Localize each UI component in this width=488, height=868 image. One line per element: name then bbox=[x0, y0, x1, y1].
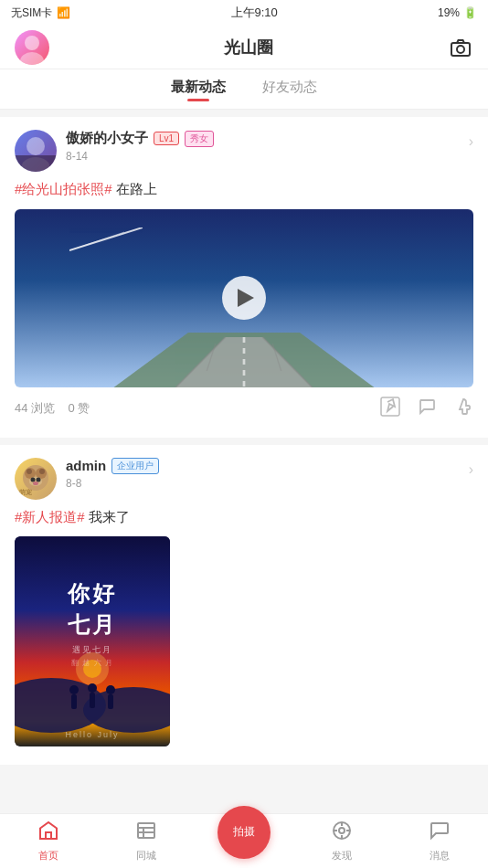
status-time: 上午9:10 bbox=[231, 5, 278, 21]
stats-text: 44 浏览 0 赞 bbox=[15, 400, 380, 417]
svg-point-20 bbox=[27, 469, 32, 474]
post-avatar[interactable]: 萌宠 bbox=[15, 458, 57, 500]
feed-container: 傲娇的小女子 Lv1 秀女 8-14 › #给光山拍张照# 在路上 bbox=[0, 110, 488, 834]
svg-point-3 bbox=[457, 46, 464, 53]
username-row: admin 企业用户 bbox=[66, 458, 469, 474]
view-count: 44 浏览 bbox=[15, 401, 55, 415]
svg-point-24 bbox=[37, 477, 41, 482]
svg-point-23 bbox=[31, 477, 36, 482]
image-thumbnail[interactable]: 你好七月 遇见七月 翻 越 六 月 Hello July bbox=[15, 536, 170, 746]
nav-message-label: 消息 bbox=[430, 849, 450, 863]
discover-icon bbox=[331, 820, 353, 847]
capture-center: 拍摄 bbox=[196, 824, 293, 859]
app-header: 光山圈 bbox=[0, 26, 488, 69]
post-text: #给光山拍张照# 在路上 bbox=[15, 179, 473, 200]
play-icon bbox=[238, 289, 254, 307]
svg-rect-35 bbox=[90, 693, 95, 708]
svg-point-21 bbox=[39, 469, 45, 474]
like-button[interactable] bbox=[453, 397, 473, 421]
comment-button[interactable] bbox=[417, 397, 437, 421]
svg-point-4 bbox=[27, 137, 45, 155]
nav-discover-label: 发现 bbox=[332, 849, 352, 863]
svg-rect-33 bbox=[71, 694, 77, 709]
status-bar: 无SIM卡 📶 上午9:10 19% 🔋 bbox=[0, 0, 488, 26]
post-image[interactable]: 你好七月 遇见七月 翻 越 六 月 Hello July bbox=[15, 536, 473, 746]
user-avatar[interactable] bbox=[15, 30, 49, 65]
message-icon bbox=[429, 820, 451, 847]
video-thumbnail[interactable] bbox=[15, 209, 473, 387]
tabs-bar: 最新动态 好友动态 bbox=[0, 69, 488, 110]
tab-friends[interactable]: 好友动态 bbox=[262, 79, 317, 100]
post-body-text-2: 我来了 bbox=[89, 509, 130, 524]
post-username: 傲娇的小女子 bbox=[66, 130, 148, 147]
post-header: 傲娇的小女子 Lv1 秀女 8-14 › bbox=[15, 130, 473, 172]
svg-rect-37 bbox=[108, 694, 113, 709]
post-card: 傲娇的小女子 Lv1 秀女 8-14 › #给光山拍张照# 在路上 bbox=[0, 117, 488, 438]
more-icon[interactable]: › bbox=[469, 458, 473, 478]
svg-point-0 bbox=[25, 36, 39, 50]
play-button[interactable] bbox=[222, 276, 266, 320]
badge-enterprise: 企业用户 bbox=[111, 458, 159, 474]
nav-city-label: 同城 bbox=[136, 849, 156, 863]
post-body-text: 在路上 bbox=[116, 181, 157, 196]
nav-message[interactable]: 消息 bbox=[390, 820, 488, 863]
battery-percent: 19% bbox=[438, 6, 460, 19]
svg-point-32 bbox=[69, 685, 79, 694]
nav-home[interactable]: 首页 bbox=[0, 820, 98, 863]
nav-city[interactable]: 同城 bbox=[98, 820, 196, 863]
hashtag-1: #给光山拍张照# bbox=[15, 181, 112, 196]
svg-point-1 bbox=[20, 52, 44, 65]
page-title: 光山圈 bbox=[224, 37, 273, 58]
like-count: 0 赞 bbox=[69, 401, 90, 415]
wifi-icon: 📶 bbox=[57, 6, 70, 19]
post-user-info: 傲娇的小女子 Lv1 秀女 8-14 bbox=[66, 130, 469, 163]
capture-button[interactable]: 拍摄 bbox=[217, 806, 271, 859]
svg-rect-38 bbox=[46, 832, 51, 839]
post-username: admin bbox=[66, 458, 106, 473]
post-stats: 44 浏览 0 赞 bbox=[15, 397, 473, 421]
capture-label: 拍摄 bbox=[233, 824, 255, 840]
svg-line-15 bbox=[69, 232, 124, 250]
svg-point-34 bbox=[88, 683, 97, 693]
nav-home-label: 首页 bbox=[38, 849, 58, 863]
post-user-info: admin 企业用户 8-8 bbox=[66, 458, 469, 490]
badge-lv1: Lv1 bbox=[154, 132, 179, 145]
bottom-nav: 首页 同城 拍摄 发现 bbox=[0, 813, 488, 868]
camera-button[interactable] bbox=[448, 35, 473, 60]
badge-female: 秀女 bbox=[185, 131, 214, 147]
share-button[interactable] bbox=[380, 397, 400, 421]
post-actions bbox=[380, 397, 473, 421]
home-icon bbox=[37, 820, 59, 847]
tab-latest[interactable]: 最新动态 bbox=[171, 79, 226, 100]
carrier-label: 无SIM卡 bbox=[11, 5, 52, 21]
post-header: 萌宠 admin 企业用户 8-8 › bbox=[15, 458, 473, 500]
svg-point-44 bbox=[339, 828, 345, 833]
post-video[interactable] bbox=[15, 209, 473, 387]
more-icon[interactable]: › bbox=[469, 130, 473, 150]
post-date: 8-8 bbox=[66, 477, 469, 490]
status-right: 19% 🔋 bbox=[438, 6, 477, 19]
svg-text:萌宠: 萌宠 bbox=[19, 489, 32, 495]
post-card: 萌宠 admin 企业用户 8-8 › #新人报道# 我来了 bbox=[0, 445, 488, 766]
svg-rect-6 bbox=[15, 155, 57, 172]
svg-rect-39 bbox=[138, 823, 154, 838]
battery-icon: 🔋 bbox=[463, 6, 477, 19]
svg-point-25 bbox=[33, 482, 38, 485]
username-row: 傲娇的小女子 Lv1 秀女 bbox=[66, 130, 469, 147]
hashtag-2: #新人报道# bbox=[15, 509, 85, 524]
post-avatar[interactable] bbox=[15, 130, 57, 172]
post-text: #新人报道# 我来了 bbox=[15, 507, 473, 528]
post-date: 8-14 bbox=[66, 150, 469, 163]
svg-point-36 bbox=[106, 685, 115, 694]
city-icon bbox=[135, 820, 157, 847]
nav-discover[interactable]: 发现 bbox=[292, 820, 390, 863]
status-left: 无SIM卡 📶 bbox=[11, 5, 70, 21]
